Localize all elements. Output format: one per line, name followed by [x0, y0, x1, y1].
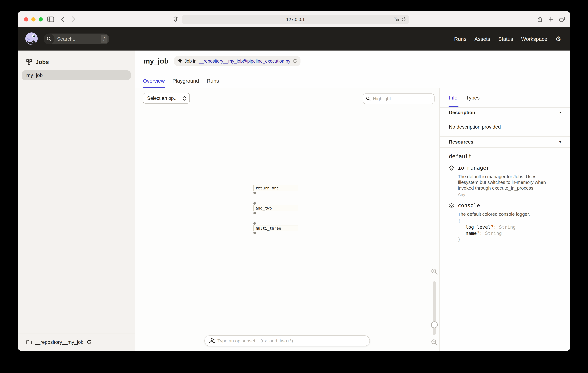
resource-config-type[interactable]: Any: [458, 192, 562, 197]
repository-name: __repository__my_job: [35, 339, 84, 345]
resources-title: Resources: [449, 139, 473, 145]
main-area: my_job Job in __repository__my_job@pipel…: [136, 51, 570, 351]
config-close-brace: }: [458, 236, 562, 242]
op-graph-canvas[interactable]: Select an op... return_one: [136, 88, 440, 351]
privacy-shield-icon[interactable]: [171, 11, 180, 27]
sidebar-title: Jobs: [35, 59, 49, 65]
share-icon[interactable]: [536, 11, 544, 27]
description-body: No description provided: [440, 118, 570, 137]
dagster-header: Search... / Runs Assets Status Workspace…: [18, 27, 570, 51]
panel-tabs: Info Types: [440, 88, 570, 108]
browser-toolbar: 127.0.0.1 A文: [18, 11, 570, 27]
edge-return-one-to-add-two: [257, 195, 257, 205]
close-window-button[interactable]: [24, 17, 28, 22]
resource-description: The default colored console logger.: [458, 211, 557, 217]
op-subset-filter[interactable]: [204, 335, 370, 346]
info-panel: Info Types Description ▼ No description …: [440, 88, 570, 351]
zoom-in-icon[interactable]: [431, 268, 438, 275]
zoom-out-icon[interactable]: [431, 339, 438, 346]
config-open-brace: {: [458, 218, 562, 224]
input-port-dot[interactable]: [253, 222, 256, 225]
settings-gear-icon[interactable]: ⚙: [555, 36, 561, 42]
back-icon[interactable]: [59, 11, 67, 27]
job-header: my_job Job in __repository__my_job@pipel…: [136, 51, 570, 88]
fullscreen-window-button[interactable]: [39, 17, 43, 22]
highlight-search[interactable]: [363, 93, 434, 104]
op-node-add-two[interactable]: add_two: [253, 205, 298, 211]
tab-playground[interactable]: Playground: [172, 78, 199, 88]
dagster-logo-icon[interactable]: [24, 32, 39, 46]
job-origin-link[interactable]: __repository__my_job@pipeline_execution.…: [199, 59, 290, 64]
op-node-return-one[interactable]: return_one: [253, 185, 298, 191]
jobs-sidebar: Jobs my_job __repository__my_job: [18, 51, 136, 351]
op-node-multi-three[interactable]: multi_three: [253, 225, 298, 231]
config-field-log-level[interactable]: log_level?: String: [458, 224, 562, 230]
edge-add-two-to-multi-three: [257, 215, 257, 225]
panel-tab-info[interactable]: Info: [449, 95, 457, 101]
page-title: my_job: [144, 57, 168, 65]
resource-layers-icon: [449, 203, 454, 242]
description-title: Description: [449, 110, 475, 115]
resource-config-schema: { log_level?: String name?: String }: [458, 218, 562, 242]
collapse-caret-icon: ▼: [559, 111, 562, 114]
translate-icon[interactable]: A文: [394, 17, 399, 22]
sidebar-toggle-icon[interactable]: [46, 11, 55, 27]
search-shortcut-badge: /: [101, 35, 107, 43]
top-nav: Runs Assets Status Workspace ⚙: [454, 27, 561, 51]
job-reload-icon[interactable]: [293, 59, 297, 63]
tab-overview-icon[interactable]: [558, 11, 566, 27]
forward-icon[interactable]: [69, 11, 78, 27]
sidebar-item-my-job[interactable]: my_job: [22, 70, 131, 80]
nav-runs[interactable]: Runs: [454, 36, 466, 42]
job-origin-tag: Job in __repository__my_job@pipeline_exe…: [174, 56, 301, 66]
description-section-header[interactable]: Description ▼: [440, 108, 570, 118]
op-subset-input[interactable]: [217, 338, 366, 343]
tab-runs[interactable]: Runs: [207, 78, 219, 88]
new-tab-icon[interactable]: [546, 11, 555, 27]
highlight-search-icon: [366, 96, 371, 101]
active-tab-underline: [449, 106, 458, 107]
url-bar[interactable]: 127.0.0.1 A文: [182, 15, 409, 24]
op-subset-graph-icon: [209, 338, 215, 344]
traffic-lights: [24, 17, 43, 22]
op-selector-label: Select an op...: [147, 96, 178, 101]
highlight-input[interactable]: [373, 96, 432, 101]
search-icon: [44, 33, 54, 44]
reload-icon[interactable]: [401, 17, 406, 22]
minimize-window-button[interactable]: [31, 17, 35, 22]
url-text: 127.0.0.1: [286, 17, 305, 22]
nav-status[interactable]: Status: [498, 36, 513, 42]
search-placeholder: Search...: [57, 36, 101, 42]
tab-overview[interactable]: Overview: [143, 78, 165, 88]
nav-assets[interactable]: Assets: [474, 36, 490, 42]
input-port-dot[interactable]: [253, 202, 256, 205]
resource-name: console: [458, 202, 562, 208]
svg-text:文: 文: [397, 19, 398, 21]
resource-name: io_manager: [458, 165, 562, 171]
resource-layers-icon: [449, 165, 454, 197]
panel-tab-types[interactable]: Types: [466, 95, 480, 101]
output-port-dot[interactable]: [253, 232, 256, 234]
collapse-caret-icon: ▼: [559, 140, 562, 144]
browser-window: 127.0.0.1 A文: [18, 11, 570, 351]
zoom-slider-thumb[interactable]: [431, 321, 438, 328]
op-selector-dropdown[interactable]: Select an op...: [143, 93, 190, 104]
resources-section-header[interactable]: Resources ▼: [440, 137, 570, 148]
sidebar-header: Jobs: [18, 51, 135, 65]
job-icon: [178, 59, 182, 64]
job-tabs: Overview Playground Runs: [143, 78, 219, 88]
global-search[interactable]: Search... /: [44, 33, 109, 44]
resource-io-manager: io_manager The default io manager for Jo…: [440, 159, 570, 197]
resource-description: The default io manager for Jobs. Uses fi…: [458, 174, 557, 191]
select-caret-icon: [183, 96, 186, 101]
resource-group-name: default: [440, 148, 570, 159]
repository-reload-icon[interactable]: [87, 340, 92, 345]
output-port-dot[interactable]: [253, 212, 256, 214]
nav-workspace[interactable]: Workspace: [521, 36, 547, 42]
repository-footer[interactable]: __repository__my_job: [18, 333, 135, 351]
config-field-name[interactable]: name?: String: [458, 230, 562, 236]
jobs-icon: [26, 59, 32, 65]
output-port-dot[interactable]: [253, 192, 256, 194]
job-origin-prefix: Job in: [185, 59, 196, 64]
resource-console: console The default colored console logg…: [440, 197, 570, 242]
